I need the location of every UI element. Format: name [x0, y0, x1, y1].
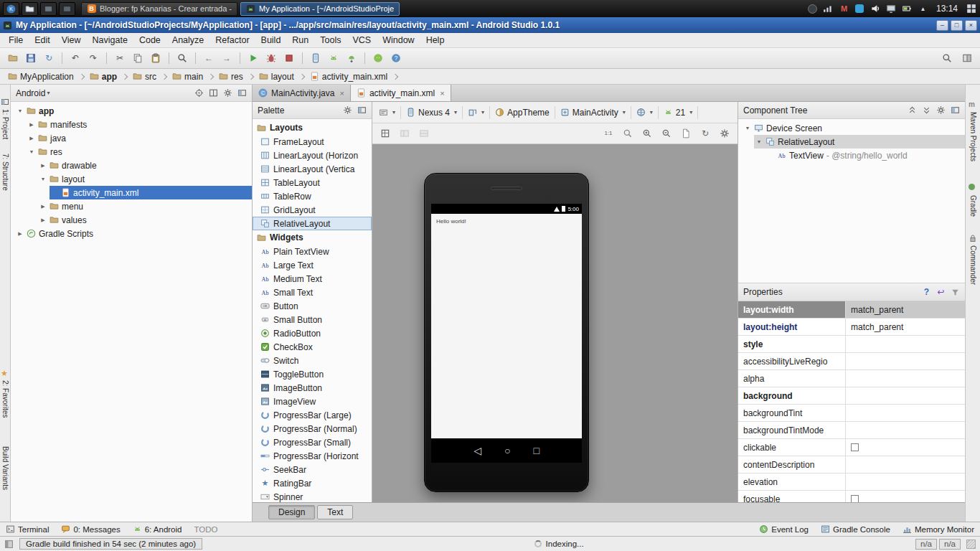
run-button[interactable]: [245, 50, 262, 66]
tray-network-icon[interactable]: [822, 3, 834, 15]
taskbar-window-my-application-andro[interactable]: My Application - [~/AndroidStudioProje: [240, 2, 400, 16]
tray-trayarrow-icon[interactable]: ▲: [917, 3, 929, 15]
cut-button[interactable]: ✂: [111, 50, 128, 66]
palette-item-progressbar-horizont[interactable]: ProgressBar (Horizont: [253, 449, 372, 463]
palette-item-radiobutton[interactable]: RadioButton: [253, 326, 372, 340]
previewdoc-button[interactable]: [677, 126, 694, 141]
taskbar-filemanager-button[interactable]: [22, 2, 38, 16]
tree-item-textview[interactable]: AbTextView - @string/hello_world: [738, 149, 965, 162]
property-row-background[interactable]: background: [738, 387, 965, 405]
tree-item-manifests[interactable]: ▶manifests: [11, 118, 252, 131]
tree-toggle-icon[interactable]: ▼: [28, 149, 35, 154]
toolwindow-button-memory-monitor[interactable]: Memory Monitor: [903, 524, 974, 534]
toolwindow-button-todo[interactable]: TODO: [194, 525, 217, 534]
tree-item-device-screen[interactable]: ▼Device Screen: [738, 121, 965, 135]
property-row-layout-width[interactable]: layout:widthmatch_parent: [738, 301, 965, 319]
palette-item-progressbar-normal[interactable]: ProgressBar (Normal): [253, 422, 372, 435]
menu-code[interactable]: Code: [133, 34, 166, 47]
toolwindow-button-gradle[interactable]: Gradle: [966, 184, 980, 217]
design-orientation-button[interactable]: ▾: [466, 106, 486, 118]
palette-item-togglebutton[interactable]: ToggleButton: [253, 367, 372, 381]
tree-item-app[interactable]: ▼app: [11, 104, 252, 118]
toolwindow-button-maven-projects[interactable]: mMaven Projects: [966, 100, 980, 161]
checkbox[interactable]: [851, 443, 859, 451]
breadcrumb-myapplication[interactable]: MyApplication: [4, 69, 77, 84]
property-value[interactable]: [846, 422, 965, 438]
phone-screen[interactable]: 5:00 Hello world! ◁ ○ □: [431, 204, 582, 463]
tray-volume-icon[interactable]: [870, 3, 882, 15]
palette-item-large-text[interactable]: AbLarge Text: [253, 258, 372, 272]
tree-item-gradle-scripts[interactable]: ▶Gradle Scripts: [11, 227, 252, 240]
palette-item-plain-textview[interactable]: AbPlain TextView: [253, 245, 372, 258]
breadcrumb-main[interactable]: main: [169, 69, 207, 84]
menu-navigate[interactable]: Navigate: [87, 34, 133, 47]
gear-button[interactable]: [716, 126, 733, 141]
tree-toggle-icon[interactable]: ▶: [39, 217, 47, 223]
tree-toggle-icon[interactable]: ▶: [39, 163, 47, 169]
checkbox[interactable]: [851, 495, 859, 502]
dock-icon[interactable]: [951, 105, 960, 115]
home-icon[interactable]: ○: [504, 445, 510, 456]
palette-item-small-button[interactable]: okSmall Button: [253, 313, 372, 326]
panels-button[interactable]: [958, 50, 976, 66]
desktop-menu-icon[interactable]: [965, 3, 977, 15]
design-21-button[interactable]: 21▾: [661, 106, 694, 119]
tree-toggle-icon[interactable]: ▶: [39, 204, 47, 209]
property-value[interactable]: [846, 353, 965, 369]
menu-vcs[interactable]: VCS: [347, 34, 377, 47]
tray-display-icon[interactable]: [885, 3, 897, 15]
collapseall-icon[interactable]: [922, 105, 931, 115]
palette-item-medium-text[interactable]: AbMedium Text: [253, 272, 372, 286]
tree-item-menu[interactable]: ▶menu: [11, 199, 252, 213]
toolwindow-button-1-project[interactable]: 1: Project: [0, 98, 10, 139]
dock-icon[interactable]: [237, 88, 247, 98]
property-value[interactable]: match_parent: [846, 301, 965, 318]
tree-item-values[interactable]: ▶values: [11, 213, 252, 227]
property-value[interactable]: match_parent: [846, 319, 965, 335]
property-row-contentdescription[interactable]: contentDescription: [738, 456, 965, 474]
property-row-clickable[interactable]: clickable: [738, 439, 965, 456]
tree-item-layout[interactable]: ▼layout: [11, 172, 252, 186]
property-row-backgroundtintmode[interactable]: backgroundTintMode: [738, 422, 965, 439]
undo-button[interactable]: ↶: [67, 50, 84, 66]
find-button[interactable]: [174, 50, 191, 66]
taskbar-window1-button[interactable]: [40, 2, 57, 16]
toolwindow-button-7-structure[interactable]: 7: Structure: [0, 154, 10, 191]
maximize-button[interactable]: □: [951, 20, 963, 31]
palette-item-switch[interactable]: Switch: [253, 354, 372, 367]
property-row-elevation[interactable]: elevation: [738, 474, 965, 491]
status-message[interactable]: Gradle build finished in 54 sec (2 minut…: [19, 538, 202, 550]
design-config-button[interactable]: ▾: [377, 106, 397, 118]
back-icon[interactable]: ◁: [473, 445, 481, 456]
toolwindow-button-event-log[interactable]: Event Log: [759, 524, 809, 534]
panel1-button[interactable]: [396, 126, 413, 141]
funnel-icon[interactable]: [951, 288, 960, 297]
tree-toggle-icon[interactable]: ▶: [28, 136, 35, 141]
zoomout-button[interactable]: [658, 126, 675, 141]
menu-view[interactable]: View: [56, 34, 87, 47]
tray-battery-icon[interactable]: [901, 3, 913, 15]
zoomreset-button[interactable]: [619, 126, 636, 141]
palette-section-widgets[interactable]: Widgets: [253, 230, 372, 245]
editor-mode-tab-text[interactable]: Text: [317, 505, 353, 519]
menu-tools[interactable]: Tools: [314, 34, 347, 47]
zoomactual-button[interactable]: 1:1: [600, 126, 617, 141]
palette-item-imageview[interactable]: ImageView: [253, 395, 372, 408]
editor-tab-activity-main-xml[interactable]: activity_main.xml×: [351, 85, 451, 101]
gear-icon[interactable]: [936, 105, 946, 115]
androidgreen-button[interactable]: [369, 50, 387, 66]
tree-toggle-icon[interactable]: ▶: [17, 231, 24, 237]
copy-button[interactable]: [129, 50, 146, 66]
editor-mode-tab-design[interactable]: Design: [268, 505, 315, 519]
toolwindow-switcher-icon[interactable]: [4, 540, 14, 549]
search-button[interactable]: [938, 50, 956, 66]
menu-edit[interactable]: Edit: [29, 34, 56, 47]
tree-item-java[interactable]: ▶java: [11, 131, 252, 145]
open-button[interactable]: [4, 50, 22, 66]
device-preview-phone[interactable]: 5:00 Hello world! ◁ ○ □: [424, 173, 589, 492]
toolwindow-button-commander[interactable]: Commander: [966, 234, 980, 285]
editor-tab-mainactivity-java[interactable]: CMainActivity.java×: [253, 85, 351, 101]
menu-window[interactable]: Window: [377, 34, 420, 47]
taskbar-launcher-button[interactable]: K: [3, 2, 19, 16]
back-button[interactable]: ←: [200, 50, 217, 66]
